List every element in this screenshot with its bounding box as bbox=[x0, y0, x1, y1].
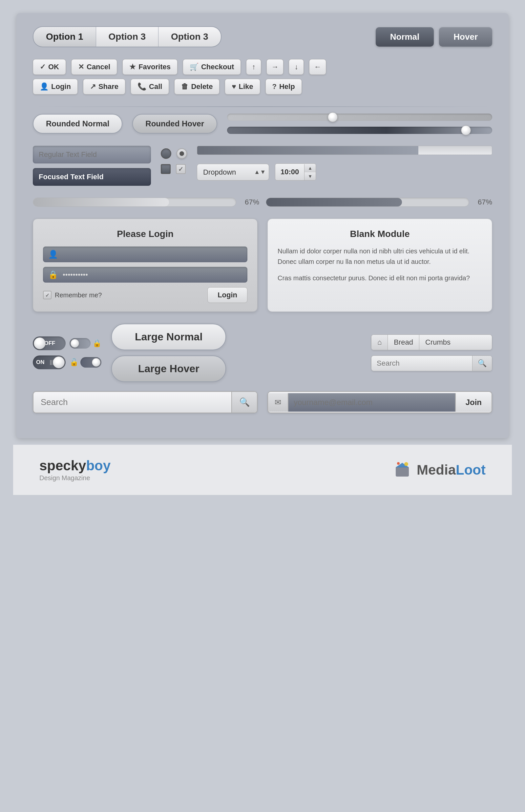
footer: speckyboy Design Magazine MediaLoot bbox=[13, 445, 512, 495]
time-arrows: ▲ ▼ bbox=[304, 164, 316, 180]
check-icon: ✓ bbox=[40, 63, 46, 71]
arrow-down-button[interactable]: ↓ bbox=[289, 59, 304, 75]
check-row: ✓ bbox=[161, 164, 187, 174]
favorites-button[interactable]: ★ Favorites bbox=[122, 59, 178, 75]
login-button[interactable]: 👤 Login bbox=[33, 79, 78, 94]
tab-right-buttons: Normal Hover bbox=[376, 27, 492, 47]
remember-label[interactable]: ✓ Remember me? bbox=[43, 291, 102, 299]
user-login-icon: 👤 bbox=[48, 250, 58, 259]
tab-option2[interactable]: Option 3 bbox=[96, 26, 159, 47]
radio-check-group: ✓ bbox=[161, 146, 187, 174]
breadcrumb-search-group: ⌂ Bread Crumbs 🔍 bbox=[371, 335, 492, 371]
lock-toggle-off: 🔒 bbox=[70, 338, 101, 349]
ok-button[interactable]: ✓ OK bbox=[33, 59, 66, 75]
large-hover-button[interactable]: Large Hover bbox=[111, 355, 226, 382]
lock-toggle-on: 🔓 bbox=[70, 357, 101, 368]
star-icon: ★ bbox=[129, 63, 136, 71]
rounded-normal-button[interactable]: Rounded Normal bbox=[33, 114, 122, 134]
normal-button[interactable]: Normal bbox=[376, 27, 434, 47]
remember-checkbox[interactable]: ✓ bbox=[43, 291, 51, 299]
join-button[interactable]: Join bbox=[455, 393, 492, 412]
radio-on[interactable] bbox=[177, 148, 187, 159]
arrow-left-button[interactable]: ← bbox=[309, 59, 326, 75]
call-button[interactable]: 📞 Call bbox=[131, 79, 169, 94]
arrow-right-button[interactable]: → bbox=[267, 59, 284, 75]
svg-point-3 bbox=[397, 462, 400, 465]
like-button[interactable]: ♥ Like bbox=[225, 79, 260, 94]
toggle-group: ||| OFF 🔒 ON ||| bbox=[33, 336, 101, 369]
cart-icon: 🛒 bbox=[190, 63, 198, 71]
email-input[interactable] bbox=[288, 393, 455, 412]
toggle-knob-off bbox=[34, 337, 46, 349]
hover-button[interactable]: Hover bbox=[439, 27, 492, 47]
slider-thumb-bottom[interactable] bbox=[461, 126, 471, 135]
ok-label: OK bbox=[48, 63, 59, 71]
login-submit-button[interactable]: Login bbox=[207, 287, 247, 303]
main-card: Option 1 Option 3 Option 3 Normal Hover … bbox=[16, 13, 509, 438]
bottom-controls-row: ||| OFF 🔒 ON ||| bbox=[33, 324, 492, 382]
lock-icon-on: 🔓 bbox=[70, 358, 78, 367]
progress-bar-light bbox=[33, 197, 236, 207]
breadcrumb-home-icon[interactable]: ⌂ bbox=[372, 335, 388, 350]
breadcrumb-item-bread[interactable]: Bread bbox=[388, 335, 419, 350]
help-button[interactable]: ? Help bbox=[266, 79, 302, 94]
checkbox-on[interactable]: ✓ bbox=[176, 164, 186, 174]
delete-button[interactable]: 🗑 Delete bbox=[174, 79, 220, 94]
login-label: Login bbox=[51, 83, 71, 91]
dropdown-select[interactable]: Dropdown bbox=[197, 164, 269, 180]
breadcrumb-item-crumbs[interactable]: Crumbs bbox=[419, 335, 456, 350]
rounded-slider-row: Rounded Normal Rounded Hover bbox=[33, 114, 492, 134]
blank-module: Blank Module Nullam id dolor corper null… bbox=[267, 219, 492, 312]
large-normal-button[interactable]: Large Normal bbox=[111, 324, 226, 350]
favorites-label: Favorites bbox=[138, 63, 170, 71]
focused-text-field[interactable] bbox=[33, 168, 151, 186]
search-input-small[interactable] bbox=[372, 356, 472, 371]
medialoot-brand: MediaLoot bbox=[392, 460, 485, 480]
text-field-group bbox=[33, 146, 151, 186]
blank-module-text2: Cras mattis consectetur purus. Donec id … bbox=[278, 273, 482, 283]
checkbox-off[interactable] bbox=[161, 164, 170, 174]
large-search-input[interactable] bbox=[33, 392, 231, 413]
rounded-hover-button[interactable]: Rounded Hover bbox=[132, 114, 217, 134]
tab-option1[interactable]: Option 1 bbox=[33, 26, 96, 47]
login-title: Please Login bbox=[43, 229, 247, 239]
medialoot-name: MediaLoot bbox=[417, 462, 485, 478]
dropdown-group: Dropdown ▲▼ 10:00 ▲ ▼ bbox=[197, 161, 492, 180]
cancel-button[interactable]: ✕ Cancel bbox=[71, 59, 117, 75]
toggle-switch-on[interactable]: ON ||| bbox=[33, 355, 65, 369]
radio-off[interactable] bbox=[161, 148, 171, 159]
modules-row: Please Login 👤 🔒 ✓ Remember me? Login bbox=[33, 219, 492, 312]
checkout-label: Checkout bbox=[201, 63, 234, 71]
login-username-row: 👤 bbox=[43, 247, 247, 262]
username-input[interactable] bbox=[63, 250, 242, 259]
fields-section: ✓ Dropdown ▲▼ bbox=[33, 146, 492, 186]
time-down-button[interactable]: ▼ bbox=[304, 172, 316, 180]
slider-track-bottom[interactable] bbox=[227, 127, 492, 134]
progress-pct-dark: 67% bbox=[472, 198, 492, 206]
regular-text-field[interactable] bbox=[33, 146, 151, 163]
large-buttons-group: Large Normal Large Hover bbox=[111, 324, 226, 382]
mini-toggle-on[interactable] bbox=[80, 357, 101, 368]
password-input[interactable] bbox=[63, 270, 242, 279]
time-up-button[interactable]: ▲ bbox=[304, 164, 316, 172]
breadcrumb-bar: ⌂ Bread Crumbs bbox=[371, 335, 492, 350]
checkout-button[interactable]: 🛒 Checkout bbox=[183, 59, 241, 75]
mini-toggle-off[interactable] bbox=[70, 338, 91, 349]
slider-track-top[interactable] bbox=[227, 114, 492, 121]
outer-wrapper: Option 1 Option 3 Option 3 Normal Hover … bbox=[0, 0, 525, 812]
toggle-switch-off[interactable]: ||| OFF bbox=[33, 336, 65, 350]
progress-pct-light: 67% bbox=[240, 198, 259, 206]
question-icon: ? bbox=[272, 83, 276, 91]
search-bar-small: 🔍 bbox=[371, 355, 492, 371]
medialoot-icon bbox=[392, 460, 412, 480]
progress-bar-dark bbox=[266, 197, 469, 207]
ruler-slider[interactable] bbox=[197, 146, 492, 155]
tab-option3[interactable]: Option 3 bbox=[159, 26, 222, 47]
progress-fill-light bbox=[33, 198, 169, 206]
large-search-button[interactable]: 🔍 bbox=[231, 392, 257, 413]
delete-label: Delete bbox=[191, 83, 213, 91]
arrow-up-button[interactable]: ↑ bbox=[246, 59, 261, 75]
slider-thumb-top[interactable] bbox=[328, 112, 338, 122]
search-small-button[interactable]: 🔍 bbox=[472, 356, 492, 371]
share-button[interactable]: ↗ Share bbox=[83, 79, 125, 94]
